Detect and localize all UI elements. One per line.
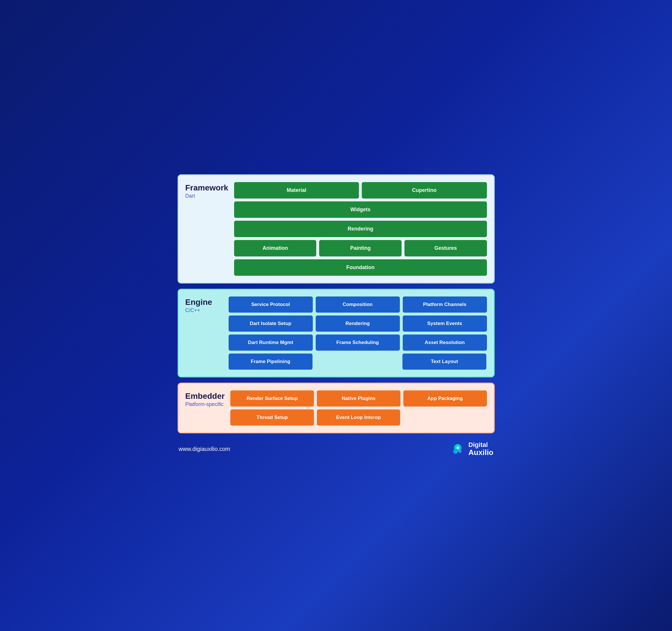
framework-title: Framework [185,183,228,193]
platform-channels-button[interactable]: Platform Channels [403,297,487,312]
svg-point-2 [459,450,461,453]
engine-row4: Frame Pipelining Text Layout [229,354,487,370]
svg-point-1 [453,449,458,454]
engine-subtitle: C/C++ [185,307,223,313]
dart-isolate-setup-button[interactable]: Dart Isolate Setup [229,316,313,332]
embedder-content: Render Surface Setup Native Plugins App … [230,390,487,426]
logo-digital: Digital [469,441,488,448]
app-packaging-button[interactable]: App Packaging [403,390,487,407]
rendering-button[interactable]: Rendering [234,221,487,237]
engine-row3: Dart Runtime Mgmt Frame Scheduling Asset… [229,334,487,351]
framework-label: Framework Dart [185,182,228,276]
engine-row2: Dart Isolate Setup Rendering System Even… [229,316,487,332]
framework-row5: Foundation [234,259,487,276]
frame-pipelining-button[interactable]: Frame Pipelining [229,354,313,370]
framework-subtitle: Dart [185,193,228,199]
event-loop-interop-button[interactable]: Event Loop Interop [317,409,400,426]
widgets-button[interactable]: Widgets [234,201,487,218]
animation-button[interactable]: Animation [234,240,316,256]
framework-row1: Material Cupertino [234,182,487,199]
logo-icon [450,441,465,457]
painting-button[interactable]: Painting [319,240,402,256]
render-surface-setup-button[interactable]: Render Surface Setup [230,390,314,407]
engine-title: Engine [185,298,223,307]
footer: www.digiauxilio.com Digital Auxilio [177,438,495,457]
cupertino-button[interactable]: Cupertino [362,182,487,199]
svg-point-3 [456,446,459,449]
engine-label: Engine C/C++ [185,297,223,370]
framework-section: Framework Dart Material Cupertino Widget… [177,174,495,283]
embedder-section: Embedder Platform-specific Render Surfac… [177,383,495,433]
material-button[interactable]: Material [234,182,359,199]
logo-container: Digital Auxilio [450,441,494,457]
foundation-button[interactable]: Foundation [234,259,487,276]
engine-rendering-button[interactable]: Rendering [316,316,400,332]
engine-row1: Service Protocol Composition Platform Ch… [229,297,487,312]
native-plugins-button[interactable]: Native Plugins [317,390,401,407]
framework-row4: Animation Painting Gestures [234,240,487,256]
main-container: Framework Dart Material Cupertino Widget… [177,174,495,457]
framework-row3: Rendering [234,221,487,237]
logo-auxilio: Auxilio [469,448,494,457]
framework-content: Material Cupertino Widgets Rendering Ani… [234,182,487,276]
system-events-button[interactable]: System Events [403,316,487,332]
asset-resolution-button[interactable]: Asset Resolution [403,334,487,351]
engine-section: Engine C/C++ Service Protocol Compositio… [177,289,495,377]
service-protocol-button[interactable]: Service Protocol [229,297,313,312]
engine-content: Service Protocol Composition Platform Ch… [229,297,487,370]
gestures-button[interactable]: Gestures [405,240,487,256]
frame-scheduling-button[interactable]: Frame Scheduling [316,334,400,351]
embedder-row2: Thread Setup Event Loop Interop [230,409,487,426]
embedder-row1: Render Surface Setup Native Plugins App … [230,390,487,407]
logo-text: Digital Auxilio [469,441,494,457]
composition-button[interactable]: Composition [316,297,400,312]
footer-url: www.digiauxilio.com [179,446,230,452]
embedder-subtitle: Platform-specific [185,401,225,407]
embedder-title: Embedder [185,392,225,401]
framework-row2: Widgets [234,201,487,218]
embedder-label: Embedder Platform-specific [185,390,225,426]
thread-setup-button[interactable]: Thread Setup [230,409,314,426]
text-layout-button[interactable]: Text Layout [403,354,487,370]
dart-runtime-mgmt-button[interactable]: Dart Runtime Mgmt [229,334,313,351]
